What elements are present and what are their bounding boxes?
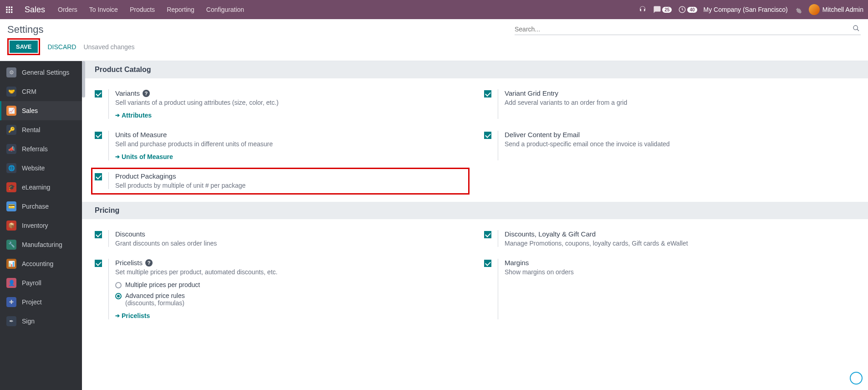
gear-icon: ⚙ — [6, 67, 16, 77]
setting-discounts: Discounts Grant discounts on sales order… — [95, 230, 466, 247]
setting-uom: Units of Measure Sell and purchase produ… — [95, 131, 466, 160]
sidebar-item-website[interactable]: 🌐Website — [0, 159, 82, 178]
sidebar-item-rental[interactable]: 🔑Rental — [0, 120, 82, 139]
sidebar-item-crm[interactable]: 🤝CRM — [0, 82, 82, 101]
setting-pricelists: Pricelists? Set multiple prices per prod… — [95, 259, 466, 319]
puzzle-icon: ✚ — [6, 297, 16, 307]
debug-icon[interactable] — [794, 5, 802, 14]
sidebar-item-elearning[interactable]: 🎓eLearning — [0, 178, 82, 197]
messages-button[interactable]: 25 — [653, 5, 672, 14]
svg-rect-4 — [9, 9, 10, 10]
setting-deliver-email: Deliver Content by Email Send a product-… — [484, 131, 855, 160]
wrench-icon: 🔧 — [6, 240, 16, 250]
sidebar-item-sales[interactable]: 📈Sales — [0, 101, 82, 120]
svg-line-11 — [857, 29, 859, 31]
user-icon: 👤 — [6, 278, 16, 288]
avatar-icon — [809, 4, 820, 15]
user-name: Mitchell Admin — [822, 6, 863, 13]
radio-icon — [115, 282, 122, 288]
chat-bubble-icon[interactable] — [850, 372, 863, 385]
scrollbar[interactable] — [82, 61, 85, 98]
chart-icon: 📈 — [6, 106, 16, 116]
apps-icon[interactable] — [5, 5, 14, 14]
megaphone-icon: 📣 — [6, 144, 16, 154]
arrow-right-icon: ➔ — [115, 313, 120, 319]
setting-loyalty: Discounts, Loyalty & Gift Card Manage Pr… — [484, 230, 855, 247]
messages-badge: 25 — [662, 7, 672, 13]
save-highlight: SAVE — [7, 38, 40, 55]
checkbox-pricelists[interactable] — [95, 260, 102, 267]
svg-point-10 — [853, 26, 858, 30]
handshake-icon: 🤝 — [6, 87, 16, 97]
svg-rect-5 — [11, 9, 12, 10]
checkbox-variants[interactable] — [95, 90, 102, 98]
checkbox-uom[interactable] — [95, 132, 102, 139]
top-menu: Orders To Invoice Products Reporting Con… — [58, 6, 244, 13]
svg-rect-6 — [6, 11, 7, 13]
arrow-right-icon: ➔ — [115, 154, 120, 160]
checkbox-loyalty[interactable] — [484, 231, 491, 238]
help-icon[interactable]: ? — [145, 259, 153, 267]
chart-bar-icon: 📊 — [6, 259, 16, 269]
radio-multiple-prices[interactable]: Multiple prices per product — [115, 281, 277, 288]
company-switcher[interactable]: My Company (San Francisco) — [704, 6, 788, 13]
checkbox-margins[interactable] — [484, 260, 491, 267]
unsaved-label: Unsaved changes — [83, 43, 134, 51]
menu-orders[interactable]: Orders — [58, 6, 77, 13]
menu-to-invoice[interactable]: To Invoice — [89, 6, 118, 13]
globe-icon: 🌐 — [6, 163, 16, 173]
menu-reporting[interactable]: Reporting — [167, 6, 194, 13]
link-attributes[interactable]: ➔Attributes — [115, 112, 152, 119]
svg-rect-0 — [6, 6, 7, 8]
search-wrap — [515, 24, 861, 35]
top-navbar: Sales Orders To Invoice Products Reporti… — [0, 0, 868, 19]
sidebar-item-manufacturing[interactable]: 🔧Manufacturing — [0, 235, 82, 254]
arrow-right-icon: ➔ — [115, 112, 120, 118]
settings-sidebar: ⚙General Settings 🤝CRM 📈Sales 🔑Rental 📣R… — [0, 61, 82, 390]
checkbox-packagings[interactable] — [95, 173, 102, 180]
sidebar-item-general[interactable]: ⚙General Settings — [0, 63, 82, 82]
page-title: Settings — [7, 24, 44, 36]
svg-rect-1 — [9, 6, 10, 8]
pen-icon: ✒ — [6, 316, 16, 326]
section-pricing: Pricing — [82, 202, 868, 219]
brand-title[interactable]: Sales — [25, 5, 45, 15]
sidebar-item-sign[interactable]: ✒Sign — [0, 312, 82, 331]
checkbox-discounts[interactable] — [95, 231, 102, 238]
activities-badge: 40 — [687, 7, 697, 13]
key-icon: 🔑 — [6, 125, 16, 135]
sidebar-item-referrals[interactable]: 📣Referrals — [0, 139, 82, 159]
radio-advanced-rules[interactable]: Advanced price rules (discounts, formula… — [115, 292, 277, 307]
setting-variant-grid: Variant Grid Entry Add several variants … — [484, 89, 855, 119]
svg-rect-8 — [11, 11, 12, 13]
sidebar-item-purchase[interactable]: 💳Purchase — [0, 197, 82, 216]
search-input[interactable] — [515, 24, 861, 35]
voip-icon[interactable] — [638, 5, 647, 14]
save-button[interactable]: SAVE — [10, 41, 38, 53]
sidebar-item-project[interactable]: ✚Project — [0, 292, 82, 312]
subheader: Settings SAVE DISCARD Unsaved changes — [0, 19, 868, 61]
sidebar-item-inventory[interactable]: 📦Inventory — [0, 216, 82, 235]
svg-rect-7 — [9, 11, 10, 13]
menu-configuration[interactable]: Configuration — [206, 6, 244, 13]
menu-products[interactable]: Products — [130, 6, 155, 13]
activities-button[interactable]: 40 — [678, 5, 697, 14]
checkbox-variant-grid[interactable] — [484, 90, 491, 98]
svg-rect-2 — [11, 6, 12, 8]
search-icon[interactable] — [853, 25, 860, 33]
settings-content: Product Catalog Variants? Sell variants … — [82, 61, 868, 390]
help-icon[interactable]: ? — [143, 90, 150, 97]
checkbox-deliver-email[interactable] — [484, 132, 491, 139]
sidebar-item-accounting[interactable]: 📊Accounting — [0, 254, 82, 273]
user-menu[interactable]: Mitchell Admin — [809, 4, 863, 15]
radio-icon — [115, 293, 122, 299]
discard-button[interactable]: DISCARD — [47, 43, 76, 51]
box-icon: 📦 — [6, 221, 16, 231]
link-pricelists[interactable]: ➔Pricelists — [115, 312, 150, 319]
cart-icon: 💳 — [6, 201, 16, 211]
setting-packagings: Product Packagings Sell products by mult… — [92, 169, 469, 194]
svg-rect-3 — [6, 9, 7, 10]
link-uom[interactable]: ➔Units of Measure — [115, 153, 173, 160]
sidebar-item-payroll[interactable]: 👤Payroll — [0, 273, 82, 292]
setting-variants: Variants? Sell variants of a product usi… — [95, 89, 466, 119]
